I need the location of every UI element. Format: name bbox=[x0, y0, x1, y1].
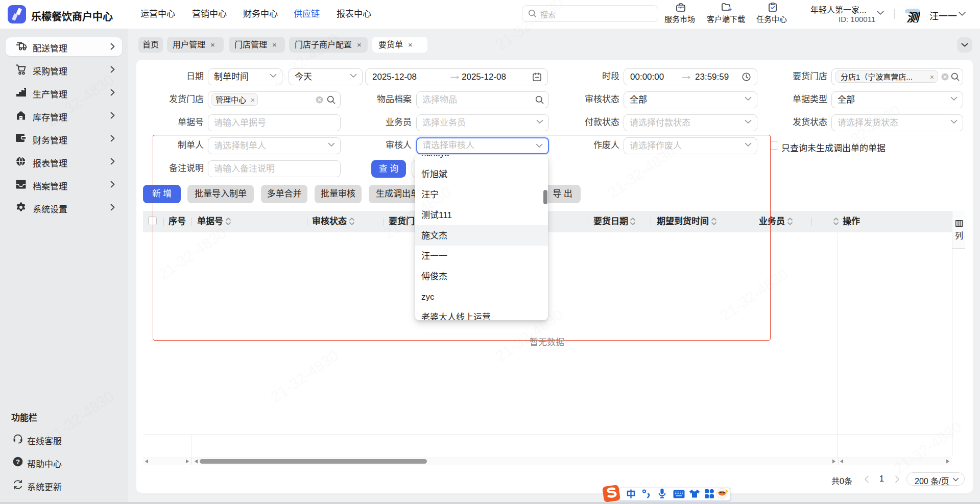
svg-text:?: ? bbox=[16, 458, 20, 466]
